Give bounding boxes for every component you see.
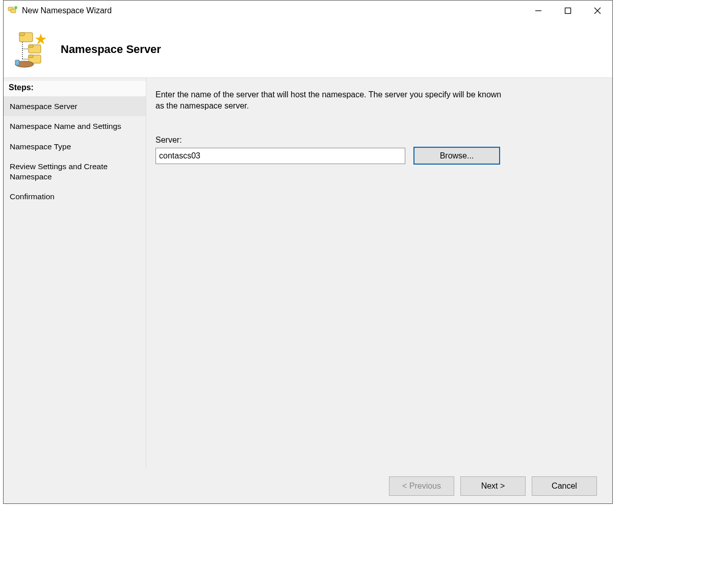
svg-rect-16: [29, 55, 33, 58]
page-title: Namespace Server: [61, 43, 161, 56]
footer: < Previous Next > Cancel: [4, 469, 612, 503]
body: Steps: Namespace Server Namespace Name a…: [4, 78, 612, 469]
svg-marker-9: [35, 34, 46, 44]
svg-point-2: [14, 6, 17, 9]
server-label: Server:: [155, 136, 597, 145]
namespace-tree-icon: [11, 29, 51, 70]
step-namespace-type[interactable]: Namespace Type: [4, 137, 146, 156]
server-input[interactable]: [155, 148, 405, 164]
svg-rect-14: [29, 45, 33, 47]
svg-rect-8: [19, 33, 24, 36]
window-controls: [524, 1, 612, 21]
browse-button[interactable]: Browse...: [413, 147, 500, 165]
svg-rect-18: [15, 60, 19, 65]
header-banner: Namespace Server: [4, 21, 612, 78]
content-pane: Enter the name of the server that will h…: [146, 78, 612, 469]
svg-rect-1: [11, 9, 16, 13]
step-namespace-server[interactable]: Namespace Server: [4, 96, 146, 116]
svg-rect-4: [565, 8, 571, 14]
wizard-window: New Namespace Wizard: [3, 0, 613, 504]
cancel-button[interactable]: Cancel: [532, 476, 597, 496]
previous-button: < Previous: [389, 476, 454, 496]
step-namespace-name-settings[interactable]: Namespace Name and Settings: [4, 116, 146, 136]
maximize-button[interactable]: [553, 1, 583, 21]
close-button[interactable]: [583, 1, 612, 21]
steps-sidebar: Steps: Namespace Server Namespace Name a…: [4, 78, 146, 469]
server-field-row: Browse...: [155, 147, 597, 165]
window-title: New Namespace Wizard: [22, 6, 524, 15]
step-review-create[interactable]: Review Settings and Create Namespace: [4, 156, 146, 186]
steps-heading: Steps:: [4, 81, 146, 96]
dfs-wizard-icon: [8, 6, 18, 16]
titlebar: New Namespace Wizard: [4, 1, 612, 21]
step-confirmation[interactable]: Confirmation: [4, 186, 146, 206]
next-button[interactable]: Next >: [460, 476, 526, 496]
instruction-text: Enter the name of the server that will h…: [155, 89, 502, 111]
minimize-button[interactable]: [524, 1, 553, 21]
